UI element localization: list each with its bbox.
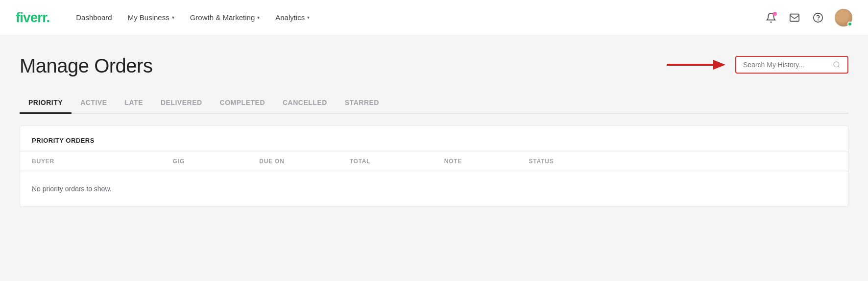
tabs-container: PRIORITY ACTIVE LATE DELIVERED COMPLETED… (20, 93, 848, 114)
online-status-dot (847, 22, 852, 26)
arrow-annotation (667, 55, 725, 75)
search-icon (833, 61, 841, 69)
svg-line-6 (838, 66, 840, 68)
orders-table-section: PRIORITY ORDERS BUYER GIG DUE ON TOTAL N… (20, 126, 848, 207)
col-buyer: BUYER (32, 158, 130, 165)
svg-marker-4 (713, 60, 725, 70)
col-note: NOTE (404, 158, 502, 165)
logo[interactable]: fiverr. (16, 10, 49, 26)
col-due-on: DUE ON (228, 158, 316, 165)
navbar-nav: Dashboard My Business ▾ Growth & Marketi… (69, 9, 764, 26)
nav-item-dashboard[interactable]: Dashboard (69, 9, 119, 26)
chevron-down-icon: ▾ (257, 15, 260, 20)
page-title: Manage Orders (20, 55, 152, 77)
tab-cancelled[interactable]: CANCELLED (274, 93, 336, 114)
notification-dot (773, 12, 777, 16)
nav-item-my-business[interactable]: My Business ▾ (121, 9, 181, 26)
table-section-title: PRIORITY ORDERS (32, 137, 95, 144)
col-total: TOTAL (316, 158, 404, 165)
col-status: STATUS (502, 158, 580, 165)
search-area (667, 55, 848, 75)
svg-point-1 (814, 13, 822, 22)
nav-item-growth-marketing[interactable]: Growth & Marketing ▾ (183, 9, 267, 26)
navbar: fiverr. Dashboard My Business ▾ Growth &… (0, 0, 868, 35)
search-input[interactable] (743, 61, 829, 69)
table-header: PRIORITY ORDERS (20, 126, 848, 152)
chevron-down-icon: ▾ (307, 15, 310, 20)
avatar[interactable] (835, 9, 852, 26)
help-icon[interactable] (811, 11, 825, 25)
page-header: Manage Orders (20, 55, 848, 77)
logo-text: fiverr. (16, 10, 49, 26)
tab-delivered[interactable]: DELIVERED (152, 93, 211, 114)
svg-point-5 (834, 62, 839, 67)
tab-active[interactable]: ACTIVE (72, 93, 116, 114)
tab-completed[interactable]: COMPLETED (211, 93, 274, 114)
notification-bell-icon[interactable] (764, 11, 778, 25)
chevron-down-icon: ▾ (172, 15, 174, 20)
search-box[interactable] (735, 56, 848, 74)
empty-message: No priority orders to show. (20, 171, 848, 206)
tab-starred[interactable]: STARRED (336, 93, 388, 114)
tab-late[interactable]: LATE (116, 93, 152, 114)
nav-item-analytics[interactable]: Analytics ▾ (268, 9, 316, 26)
col-gig: GIG (130, 158, 228, 165)
navbar-actions (764, 9, 852, 26)
svg-rect-0 (790, 14, 799, 21)
mail-icon[interactable] (788, 11, 801, 25)
main-content: Manage Orders PRIORITY (0, 35, 868, 281)
tab-priority[interactable]: PRIORITY (20, 93, 72, 114)
table-columns: BUYER GIG DUE ON TOTAL NOTE STATUS (20, 152, 848, 171)
